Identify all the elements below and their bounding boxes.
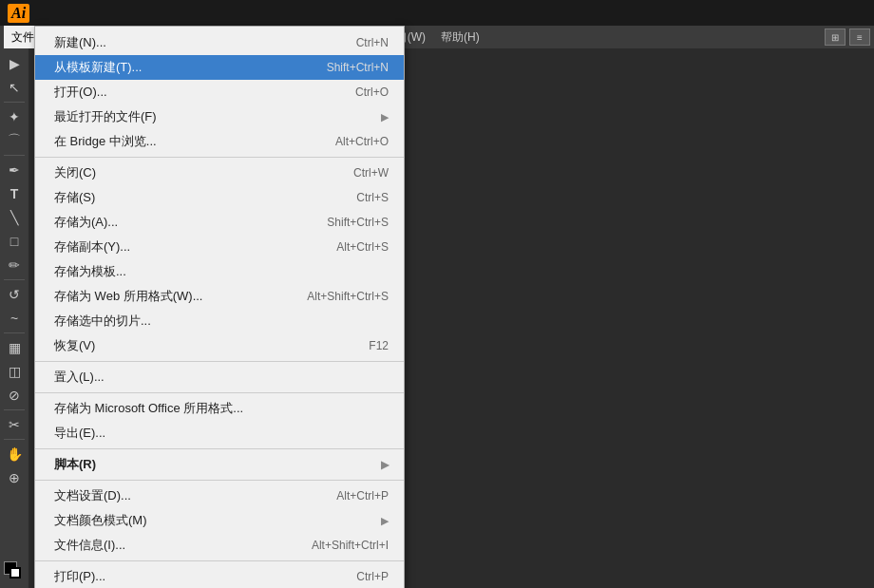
hand-tool[interactable]: ✋	[2, 443, 27, 465]
menu-bar-right: ⊞ ≡	[825, 28, 870, 46]
menu-export[interactable]: 导出(E)...	[35, 421, 404, 446]
menu-new-shortcut: Ctrl+N	[356, 36, 389, 49]
magic-wand-tool[interactable]: ✦	[2, 105, 27, 128]
separator-2	[35, 361, 404, 362]
menu-recent-label: 最近打开的文件(F)	[54, 108, 157, 125]
slice-tool[interactable]: ✂	[2, 413, 27, 436]
pen-tool[interactable]: ✒	[2, 159, 27, 181]
menu-save-as-shortcut: Shift+Ctrl+S	[327, 216, 389, 229]
menu-save-as-label: 存储为(A)...	[54, 214, 118, 231]
menu-save-ms-label: 存储为 Microsoft Office 所用格式...	[54, 400, 243, 417]
line-tool[interactable]: ╲	[2, 206, 27, 229]
rotate-tool[interactable]: ↺	[2, 283, 27, 306]
menu-export-label: 导出(E)...	[54, 425, 105, 442]
eyedropper-tool[interactable]: ⊘	[2, 384, 27, 407]
title-bar: Ai	[0, 0, 874, 26]
tool-separator-2	[4, 155, 25, 156]
direct-selection-tool[interactable]: ↖	[2, 76, 27, 99]
menu-print[interactable]: 打印(P)... Ctrl+P	[35, 564, 404, 588]
menu-recent[interactable]: 最近打开的文件(F) ▶	[35, 104, 404, 129]
menu-doc-color[interactable]: 文档颜色模式(M) ▶	[35, 508, 404, 533]
menu-new[interactable]: 新建(N)... Ctrl+N	[35, 30, 404, 55]
menu-place-label: 置入(L)...	[54, 369, 104, 386]
menu-save-copy-shortcut: Alt+Ctrl+S	[336, 240, 389, 254]
separator-5	[35, 480, 404, 481]
menu-save-as[interactable]: 存储为(A)... Shift+Ctrl+S	[35, 210, 404, 235]
brush-tool[interactable]: ✏	[2, 254, 27, 276]
menu-scripts[interactable]: 脚本(R) ▶	[35, 452, 404, 477]
menu-file-info[interactable]: 文件信息(I)... Alt+Shift+Ctrl+I	[35, 533, 404, 558]
fill-stroke[interactable]	[2, 560, 27, 584]
selection-tool[interactable]: ▶	[2, 52, 27, 75]
menu-save-web[interactable]: 存储为 Web 所用格式(W)... Alt+Shift+Ctrl+S	[35, 284, 404, 309]
menu-recent-arrow: ▶	[381, 111, 389, 123]
menu-doc-color-label: 文档颜色模式(M)	[54, 512, 147, 529]
menu-save-slices-label: 存储选中的切片...	[54, 313, 151, 330]
separator-4	[35, 448, 404, 449]
menu-save-web-shortcut: Alt+Shift+Ctrl+S	[307, 290, 389, 303]
menu-open[interactable]: 打开(O)... Ctrl+O	[35, 80, 404, 104]
graph-tool[interactable]: ▦	[2, 336, 27, 359]
menu-print-label: 打印(P)...	[54, 568, 105, 585]
menu-revert-label: 恢复(V)	[54, 337, 95, 354]
menu-new-from-template[interactable]: 从模板新建(T)... Shift+Ctrl+N	[35, 55, 404, 80]
workspace-button[interactable]: ⊞	[825, 28, 846, 46]
menu-bridge-label: 在 Bridge 中浏览...	[54, 133, 157, 150]
menu-revert[interactable]: 恢复(V) F12	[35, 333, 404, 358]
menu-save-shortcut: Ctrl+S	[356, 191, 389, 204]
menu-save-copy[interactable]: 存储副本(Y)... Alt+Ctrl+S	[35, 235, 404, 259]
menu-doc-color-arrow: ▶	[381, 515, 389, 527]
menu-revert-shortcut: F12	[369, 339, 389, 352]
menu-save-web-label: 存储为 Web 所用格式(W)...	[54, 288, 202, 305]
menu-new-from-template-label: 从模板新建(T)...	[54, 59, 142, 76]
separator-1	[35, 157, 404, 158]
lasso-tool[interactable]: ⌒	[2, 129, 27, 152]
app-logo: Ai	[8, 4, 29, 23]
menu-scripts-arrow: ▶	[381, 459, 389, 471]
tool-separator-1	[4, 102, 25, 103]
tool-separator-3	[4, 279, 25, 280]
menu-close-shortcut: Ctrl+W	[353, 166, 389, 180]
menu-open-label: 打开(O)...	[54, 84, 107, 101]
gradient-tool[interactable]: ◫	[2, 360, 27, 383]
menu-save[interactable]: 存储(S) Ctrl+S	[35, 185, 404, 210]
menu-save-label: 存储(S)	[54, 189, 95, 206]
menu-save-slices[interactable]: 存储选中的切片...	[35, 309, 404, 333]
rect-tool[interactable]: □	[2, 230, 27, 253]
menu-help[interactable]: 帮助(H)	[433, 26, 487, 48]
menu-save-template-label: 存储为模板...	[54, 263, 126, 280]
menu-new-label: 新建(N)...	[54, 34, 106, 51]
tool-separator-4	[4, 332, 25, 333]
menu-save-ms[interactable]: 存储为 Microsoft Office 所用格式...	[35, 396, 404, 421]
left-toolbar: ▶ ↖ ✦ ⌒ ✒ T ╲ □ ✏ ↺ ~ ▦ ◫ ⊘ ✂ ✋ ⊕	[0, 48, 28, 588]
tool-separator-5	[4, 409, 25, 410]
menu-new-from-template-shortcut: Shift+Ctrl+N	[327, 61, 389, 74]
menu-place[interactable]: 置入(L)...	[35, 365, 404, 389]
menu-scripts-label: 脚本(R)	[54, 456, 96, 473]
menu-file-info-shortcut: Alt+Shift+Ctrl+I	[312, 539, 389, 552]
menu-bridge-shortcut: Alt+Ctrl+O	[335, 135, 389, 148]
zoom-tool[interactable]: ⊕	[2, 466, 27, 489]
separator-6	[35, 560, 404, 561]
file-dropdown-menu: 新建(N)... Ctrl+N 从模板新建(T)... Shift+Ctrl+N…	[34, 26, 405, 588]
menu-close-label: 关闭(C)	[54, 164, 96, 181]
menu-save-template[interactable]: 存储为模板...	[35, 259, 404, 284]
menu-print-shortcut: Ctrl+P	[356, 570, 389, 583]
menu-doc-setup[interactable]: 文档设置(D)... Alt+Ctrl+P	[35, 484, 404, 508]
menu-doc-setup-shortcut: Alt+Ctrl+P	[336, 489, 389, 503]
menu-file-info-label: 文件信息(I)...	[54, 537, 125, 554]
menu-close[interactable]: 关闭(C) Ctrl+W	[35, 161, 404, 185]
separator-3	[35, 392, 404, 393]
menu-open-shortcut: Ctrl+O	[355, 85, 389, 99]
type-tool[interactable]: T	[2, 182, 27, 205]
menu-doc-setup-label: 文档设置(D)...	[54, 487, 131, 504]
menu-save-copy-label: 存储副本(Y)...	[54, 238, 130, 256]
warp-tool[interactable]: ~	[2, 307, 27, 330]
arrange-button[interactable]: ≡	[849, 28, 870, 46]
menu-bridge[interactable]: 在 Bridge 中浏览... Alt+Ctrl+O	[35, 129, 404, 154]
tool-separator-6	[4, 439, 25, 440]
